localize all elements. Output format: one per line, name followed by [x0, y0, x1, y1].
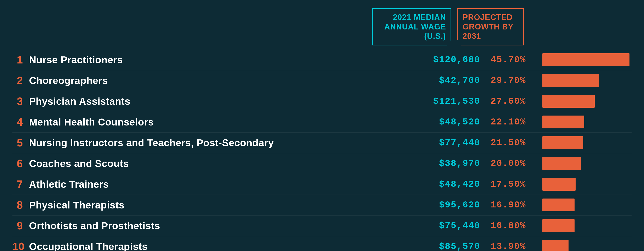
table-row: 10 Occupational Therapists $85,570 13.90… [12, 236, 632, 251]
data-table: 1 Nurse Practitioners $120,680 45.70% 2 … [12, 50, 632, 251]
growth-bar [542, 53, 630, 66]
bar-container [536, 178, 632, 191]
job-title: Occupational Therapists [29, 241, 408, 251]
rank-number: 7 [12, 178, 29, 190]
job-title: Athletic Trainers [29, 178, 408, 190]
bar-container [536, 95, 632, 108]
table-row: 6 Coaches and Scouts $38,970 20.00% [12, 153, 632, 174]
growth-bar [542, 240, 568, 251]
growth-bar [542, 198, 574, 212]
header-row: 2021 MEDIAN ANNUAL WAGE (U.S.) PROJECTED… [12, 8, 632, 46]
growth-percent: 20.00% [486, 158, 536, 169]
job-title: Nurse Practitioners [29, 54, 408, 66]
bar-container [536, 157, 632, 170]
job-title: Mental Health Counselors [29, 116, 408, 128]
growth-percent: 21.50% [486, 138, 536, 148]
rank-number: 8 [12, 199, 29, 211]
bar-container [536, 116, 632, 128]
table-row: 3 Physician Assistants $121,530 27.60% [12, 91, 632, 112]
table-row: 8 Physical Therapists $95,620 16.90% [12, 195, 632, 216]
growth-bar [542, 95, 595, 108]
median-wage: $48,520 [408, 117, 486, 127]
wage-column-header: 2021 MEDIAN ANNUAL WAGE (U.S.) [372, 8, 451, 46]
growth-percent: 13.90% [486, 241, 536, 251]
job-title: Physical Therapists [29, 199, 408, 211]
growth-bar [542, 219, 574, 232]
main-container: 2021 MEDIAN ANNUAL WAGE (U.S.) PROJECTED… [0, 0, 644, 251]
growth-percent: 22.10% [486, 117, 536, 127]
table-row: 2 Choreographers $42,700 29.70% [12, 70, 632, 91]
rank-number: 2 [12, 74, 29, 87]
table-row: 9 Orthotists and Prosthetists $75,440 16… [12, 216, 632, 236]
growth-bar [542, 116, 584, 128]
growth-bar [542, 74, 599, 87]
median-wage: $48,420 [408, 179, 486, 190]
median-wage: $120,680 [408, 54, 486, 65]
rank-number: 4 [12, 116, 29, 128]
bar-container [536, 74, 632, 87]
growth-bar [542, 157, 581, 170]
table-row: 4 Mental Health Counselors $48,520 22.10… [12, 112, 632, 132]
median-wage: $85,570 [408, 241, 486, 251]
bar-container [536, 136, 632, 149]
growth-bar [542, 136, 583, 149]
median-wage: $38,970 [408, 158, 486, 169]
job-title: Coaches and Scouts [29, 158, 408, 169]
job-title: Nursing Instructors and Teachers, Post-S… [29, 137, 408, 148]
bar-container [536, 240, 632, 251]
bar-container [536, 53, 632, 66]
table-row: 7 Athletic Trainers $48,420 17.50% [12, 174, 632, 195]
growth-percent: 45.70% [486, 54, 536, 65]
rank-number: 10 [12, 240, 29, 251]
job-title: Physician Assistants [29, 96, 408, 107]
bar-container [536, 198, 632, 212]
table-row: 1 Nurse Practitioners $120,680 45.70% [12, 50, 632, 70]
rank-number: 5 [12, 136, 29, 149]
growth-bar [542, 178, 576, 191]
rank-number: 9 [12, 220, 29, 232]
growth-percent: 16.80% [486, 220, 536, 231]
growth-percent: 16.90% [486, 200, 536, 210]
rank-number: 1 [12, 54, 29, 66]
median-wage: $121,530 [408, 96, 486, 106]
growth-percent: 17.50% [486, 179, 536, 190]
bar-container [536, 219, 632, 232]
job-title: Orthotists and Prosthetists [29, 220, 408, 232]
growth-column-header: PROJECTED GROWTH BY 2031 [458, 8, 524, 46]
median-wage: $95,620 [408, 200, 486, 210]
median-wage: $42,700 [408, 75, 486, 86]
rank-number: 6 [12, 157, 29, 170]
table-row: 5 Nursing Instructors and Teachers, Post… [12, 132, 632, 153]
median-wage: $75,440 [408, 220, 486, 231]
rank-number: 3 [12, 95, 29, 108]
growth-percent: 27.60% [486, 96, 536, 106]
job-title: Choreographers [29, 75, 408, 86]
growth-percent: 29.70% [486, 75, 536, 86]
median-wage: $77,440 [408, 138, 486, 148]
